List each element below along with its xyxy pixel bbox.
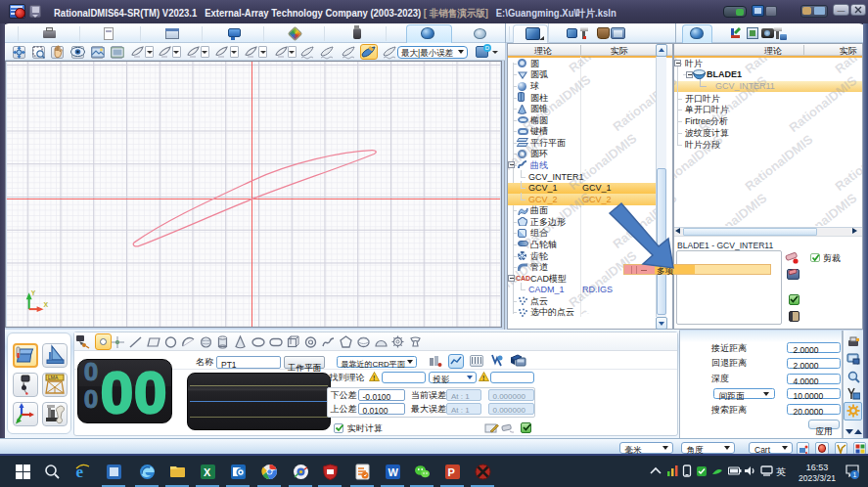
svg-text:X: X <box>204 466 211 478</box>
svg-text:Y: Y <box>31 289 36 296</box>
svg-text:LMA: LMA <box>48 375 59 380</box>
svg-text:!: ! <box>373 375 375 381</box>
svg-text:!: ! <box>482 375 484 381</box>
svg-text:P: P <box>447 466 454 478</box>
svg-text:X: X <box>44 301 49 308</box>
svg-text:W: W <box>388 466 398 478</box>
